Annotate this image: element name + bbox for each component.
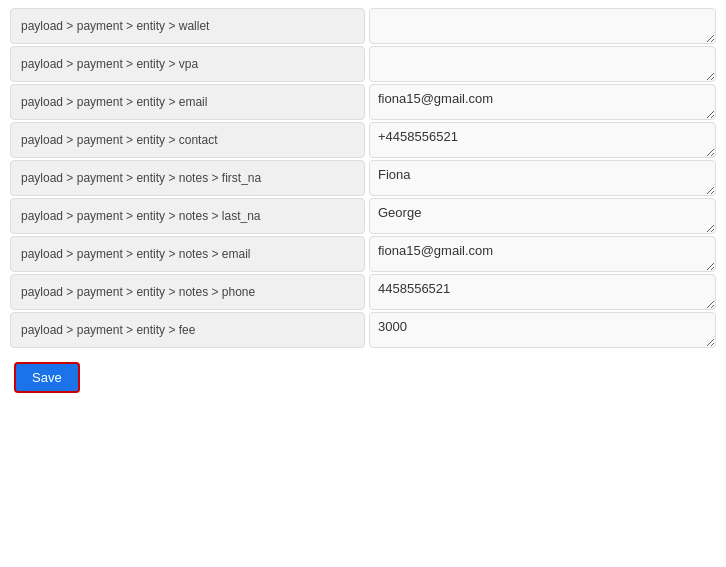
table-row: payload > payment > entity > fee bbox=[10, 312, 716, 348]
row-value-0[interactable] bbox=[369, 8, 716, 44]
row-value-3[interactable] bbox=[369, 122, 716, 158]
table-row: payload > payment > entity > notes > las… bbox=[10, 198, 716, 234]
table-row: payload > payment > entity > wallet bbox=[10, 8, 716, 44]
table-row: payload > payment > entity > contact bbox=[10, 122, 716, 158]
row-label-7: payload > payment > entity > notes > pho… bbox=[10, 274, 365, 310]
row-value-6[interactable] bbox=[369, 236, 716, 272]
table-row: payload > payment > entity > notes > ema… bbox=[10, 236, 716, 272]
form-container: payload > payment > entity > walletpaylo… bbox=[0, 0, 726, 413]
row-value-1[interactable] bbox=[369, 46, 716, 82]
row-label-1: payload > payment > entity > vpa bbox=[10, 46, 365, 82]
row-label-5: payload > payment > entity > notes > las… bbox=[10, 198, 365, 234]
row-label-6: payload > payment > entity > notes > ema… bbox=[10, 236, 365, 272]
row-value-2[interactable] bbox=[369, 84, 716, 120]
table-row: payload > payment > entity > vpa bbox=[10, 46, 716, 82]
rows-container: payload > payment > entity > walletpaylo… bbox=[10, 8, 716, 348]
table-row: payload > payment > entity > notes > fir… bbox=[10, 160, 716, 196]
row-label-4: payload > payment > entity > notes > fir… bbox=[10, 160, 365, 196]
save-button[interactable]: Save bbox=[14, 362, 80, 393]
row-value-5[interactable] bbox=[369, 198, 716, 234]
table-row: payload > payment > entity > notes > pho… bbox=[10, 274, 716, 310]
row-label-3: payload > payment > entity > contact bbox=[10, 122, 365, 158]
table-row: payload > payment > entity > email bbox=[10, 84, 716, 120]
row-label-2: payload > payment > entity > email bbox=[10, 84, 365, 120]
row-label-8: payload > payment > entity > fee bbox=[10, 312, 365, 348]
row-label-0: payload > payment > entity > wallet bbox=[10, 8, 365, 44]
row-value-4[interactable] bbox=[369, 160, 716, 196]
row-value-8[interactable] bbox=[369, 312, 716, 348]
row-value-7[interactable] bbox=[369, 274, 716, 310]
